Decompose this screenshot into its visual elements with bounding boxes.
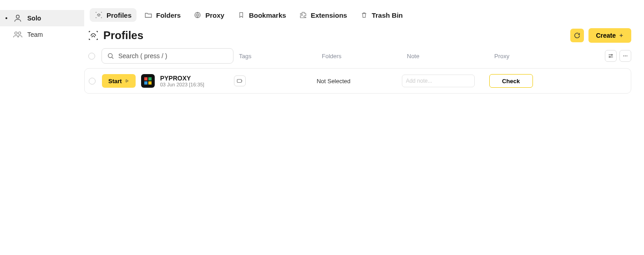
tab-label: Proxy: [205, 11, 224, 19]
tab-extensions[interactable]: Extensions: [294, 8, 352, 22]
tab-label: Bookmarks: [249, 11, 286, 19]
tab-bookmarks[interactable]: Bookmarks: [232, 8, 291, 22]
search-input[interactable]: [118, 52, 228, 60]
fingerprint-icon: [88, 30, 99, 41]
profile-date: 03 Jun 2023 [16:35]: [160, 82, 228, 87]
column-tags: Tags: [239, 53, 316, 60]
tab-label: Folders: [156, 11, 181, 19]
bookmark-icon: [237, 11, 245, 19]
tab-proxy[interactable]: Proxy: [188, 8, 229, 22]
sidebar-item-label: Solo: [27, 15, 41, 22]
sidebar-item-team[interactable]: Team: [0, 26, 84, 43]
folder-icon: [144, 11, 152, 19]
filter-row: Tags Folders Note Proxy: [84, 48, 631, 68]
profile-avatar-icon: [141, 74, 155, 88]
sidebar: Solo Team: [0, 0, 84, 255]
fingerprint-icon: [95, 11, 103, 19]
filter-settings-button[interactable]: [605, 50, 617, 62]
profile-row: Start PYPROXY 03 Jun 2023 [16:35] Not Se…: [84, 68, 631, 94]
trash-icon: [360, 11, 368, 19]
create-label: Create: [596, 32, 616, 39]
create-button[interactable]: Create: [588, 28, 631, 43]
svg-point-1: [15, 32, 17, 35]
svg-rect-10: [237, 80, 241, 83]
tab-label: Extensions: [311, 11, 347, 19]
page-title: Profiles: [103, 29, 143, 42]
column-proxy: Proxy: [494, 53, 599, 60]
person-icon: [13, 13, 23, 23]
profile-name: PYPROXY: [160, 75, 228, 82]
refresh-button[interactable]: [570, 29, 584, 42]
search-field[interactable]: [101, 48, 233, 64]
sidebar-item-solo[interactable]: Solo: [0, 10, 84, 26]
tab-label: Profiles: [106, 11, 132, 19]
note-input[interactable]: [402, 75, 475, 87]
search-icon: [106, 52, 115, 60]
select-all-checkbox[interactable]: [88, 53, 95, 60]
globe-icon: [193, 11, 202, 19]
svg-point-5: [611, 55, 612, 55]
svg-point-8: [625, 55, 626, 56]
start-label: Start: [108, 78, 122, 85]
svg-point-6: [609, 56, 610, 57]
svg-point-0: [16, 15, 20, 18]
svg-point-4: [108, 54, 112, 58]
svg-point-7: [624, 55, 624, 56]
sidebar-item-label: Team: [27, 31, 43, 38]
tab-trash[interactable]: Trash Bin: [355, 8, 408, 22]
tab-label: Trash Bin: [372, 11, 403, 19]
column-folders: Folders: [322, 53, 401, 60]
row-checkbox[interactable]: [89, 78, 96, 85]
puzzle-icon: [299, 11, 307, 19]
column-note: Note: [407, 53, 489, 60]
tab-profiles[interactable]: Profiles: [90, 8, 137, 22]
profile-folder[interactable]: Not Selected: [317, 78, 396, 85]
tab-folders[interactable]: Folders: [139, 8, 186, 22]
tag-add-button[interactable]: [234, 75, 246, 86]
svg-point-2: [18, 32, 21, 35]
topnav: Profiles Folders Proxy Bookmarks: [84, 0, 631, 25]
people-icon: [13, 30, 23, 40]
main: Profiles Folders Proxy Bookmarks: [84, 0, 644, 255]
svg-point-9: [627, 55, 628, 56]
page-header: Profiles Create: [84, 25, 631, 48]
start-button[interactable]: Start: [102, 74, 136, 88]
more-options-button[interactable]: [619, 50, 631, 62]
check-proxy-button[interactable]: Check: [489, 74, 533, 88]
